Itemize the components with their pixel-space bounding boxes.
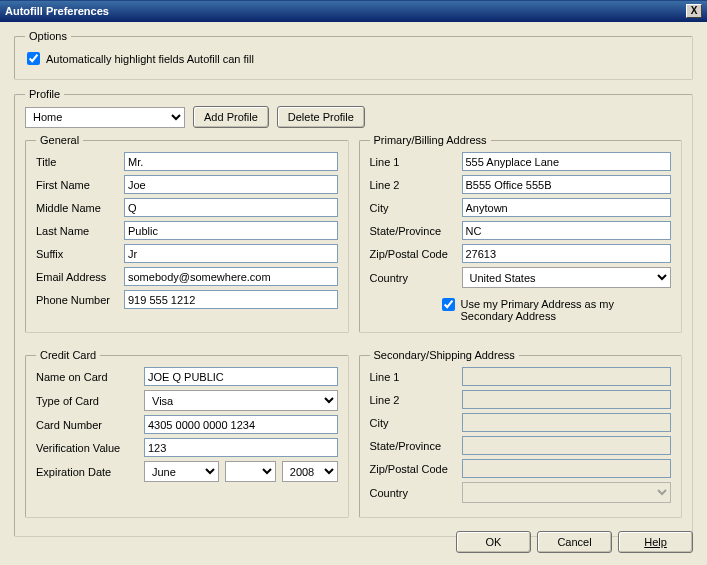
cc-name-label: Name on Card	[36, 371, 144, 383]
primary-line1-label: Line 1	[370, 156, 462, 168]
secondary-line2-label: Line 2	[370, 394, 462, 406]
email-input[interactable]	[124, 267, 338, 286]
cc-cvv-input[interactable]	[144, 438, 338, 457]
secondary-country-select	[462, 482, 672, 503]
highlight-checkbox[interactable]	[27, 52, 40, 65]
middle-name-label: Middle Name	[36, 202, 124, 214]
secondary-zip-label: Zip/Postal Code	[370, 463, 462, 475]
profile-legend: Profile	[25, 88, 64, 100]
options-group: Options Automatically highlight fields A…	[14, 30, 693, 80]
primary-address-group: Primary/Billing Address Line 1 Line 2 Ci…	[359, 134, 683, 333]
primary-line2-input[interactable]	[462, 175, 672, 194]
secondary-address-group: Secondary/Shipping Address Line 1 Line 2…	[359, 349, 683, 518]
last-name-label: Last Name	[36, 225, 124, 237]
cc-legend: Credit Card	[36, 349, 100, 361]
email-label: Email Address	[36, 271, 124, 283]
secondary-line1-label: Line 1	[370, 371, 462, 383]
primary-zip-input[interactable]	[462, 244, 672, 263]
secondary-line2-input	[462, 390, 672, 409]
secondary-city-label: City	[370, 417, 462, 429]
add-profile-button[interactable]: Add Profile	[193, 106, 269, 128]
options-legend: Options	[25, 30, 71, 42]
primary-city-input[interactable]	[462, 198, 672, 217]
window-title: Autofill Preferences	[5, 5, 109, 17]
secondary-legend: Secondary/Shipping Address	[370, 349, 519, 361]
cc-exp-day-select[interactable]	[225, 461, 276, 482]
last-name-input[interactable]	[124, 221, 338, 240]
primary-legend: Primary/Billing Address	[370, 134, 491, 146]
cc-exp-label: Expiration Date	[36, 466, 144, 478]
cc-exp-month-select[interactable]: June	[144, 461, 219, 482]
secondary-zip-input	[462, 459, 672, 478]
profile-group: Profile Home Add Profile Delete Profile …	[14, 88, 693, 537]
title-label: Title	[36, 156, 124, 168]
primary-zip-label: Zip/Postal Code	[370, 248, 462, 260]
phone-label: Phone Number	[36, 294, 124, 306]
help-label: Help	[644, 536, 667, 548]
delete-profile-button[interactable]: Delete Profile	[277, 106, 365, 128]
suffix-input[interactable]	[124, 244, 338, 263]
secondary-state-input	[462, 436, 672, 455]
title-input[interactable]	[124, 152, 338, 171]
primary-state-input[interactable]	[462, 221, 672, 240]
general-group: General Title First Name Middle Name Las…	[25, 134, 349, 333]
cc-cvv-label: Verification Value	[36, 442, 144, 454]
profile-select[interactable]: Home	[25, 107, 185, 128]
first-name-input[interactable]	[124, 175, 338, 194]
first-name-label: First Name	[36, 179, 124, 191]
ok-button[interactable]: OK	[456, 531, 531, 553]
secondary-line1-input	[462, 367, 672, 386]
general-legend: General	[36, 134, 83, 146]
title-bar: Autofill Preferences X	[0, 0, 707, 22]
close-button[interactable]: X	[686, 4, 702, 18]
cc-number-label: Card Number	[36, 419, 144, 431]
secondary-country-label: Country	[370, 487, 462, 499]
suffix-label: Suffix	[36, 248, 124, 260]
cc-exp-year-select[interactable]: 2008	[282, 461, 338, 482]
dialog-content: Options Automatically highlight fields A…	[0, 22, 707, 565]
primary-state-label: State/Province	[370, 225, 462, 237]
help-button[interactable]: Help	[618, 531, 693, 553]
cc-name-input[interactable]	[144, 367, 338, 386]
secondary-city-input	[462, 413, 672, 432]
cc-type-label: Type of Card	[36, 395, 144, 407]
secondary-state-label: State/Province	[370, 440, 462, 452]
primary-line2-label: Line 2	[370, 179, 462, 191]
phone-input[interactable]	[124, 290, 338, 309]
primary-country-select[interactable]: United States	[462, 267, 672, 288]
footer-buttons: OK Cancel Help	[456, 531, 693, 553]
highlight-label: Automatically highlight fields Autofill …	[46, 53, 254, 65]
credit-card-group: Credit Card Name on Card Type of CardVis…	[25, 349, 349, 518]
primary-city-label: City	[370, 202, 462, 214]
use-primary-label: Use my Primary Address as my Secondary A…	[461, 298, 641, 322]
primary-country-label: Country	[370, 272, 462, 284]
cc-type-select[interactable]: Visa	[144, 390, 338, 411]
use-primary-checkbox[interactable]	[442, 298, 455, 311]
cancel-button[interactable]: Cancel	[537, 531, 612, 553]
middle-name-input[interactable]	[124, 198, 338, 217]
cc-number-input[interactable]	[144, 415, 338, 434]
primary-line1-input[interactable]	[462, 152, 672, 171]
